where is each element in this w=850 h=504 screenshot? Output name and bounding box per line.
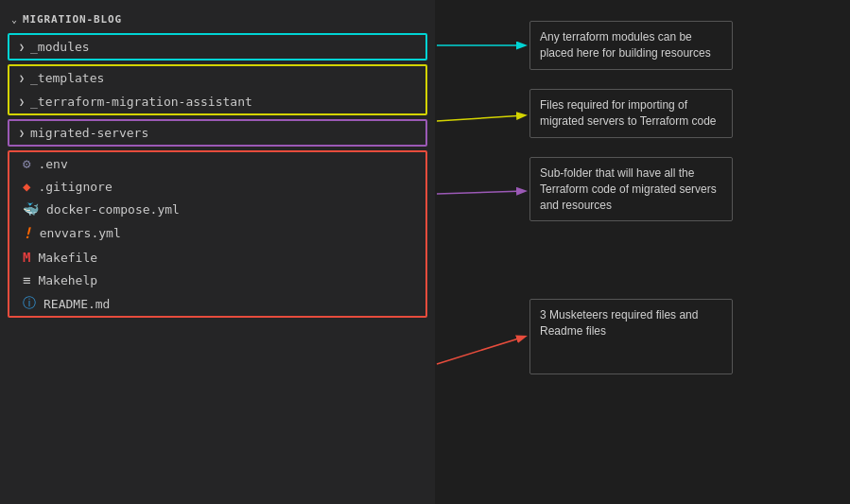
docker-icon: 🐳 bbox=[23, 201, 39, 217]
terraform-migration-chevron-icon: ❯ bbox=[19, 96, 25, 107]
readme-icon: ⓘ bbox=[23, 295, 36, 312]
terraform-migration-label: _terraform-migration-assistant bbox=[30, 95, 252, 109]
makefile-icon: M bbox=[23, 250, 30, 265]
gitignore-file[interactable]: ◆ .gitignore bbox=[9, 175, 425, 198]
annotation-box-1: Any terraform modules can be placed here… bbox=[529, 21, 733, 70]
env-file[interactable]: ⚙ .env bbox=[9, 152, 425, 175]
annotation-text-1: Any terraform modules can be placed here… bbox=[540, 30, 711, 60]
yellow-arrow bbox=[437, 115, 525, 121]
gitignore-label: .gitignore bbox=[38, 180, 112, 194]
makehelp-file[interactable]: ≡ Makehelp bbox=[9, 269, 425, 291]
templates-label: _templates bbox=[30, 71, 104, 85]
modules-folder[interactable]: ❯ _modules bbox=[9, 35, 425, 59]
git-icon: ◆ bbox=[23, 179, 30, 194]
templates-chevron-icon: ❯ bbox=[19, 73, 25, 83]
makefile-label: Makefile bbox=[38, 251, 97, 265]
red-arrow bbox=[437, 337, 525, 364]
gear-icon: ⚙ bbox=[23, 156, 30, 171]
files-group: ⚙ .env ◆ .gitignore 🐳 docker-compose.yml… bbox=[8, 150, 427, 318]
arrows-svg bbox=[435, 0, 850, 504]
file-tree: ⌄ MIGRATION-BLOG ❯ _modules ❯ _templates… bbox=[0, 0, 435, 504]
envvars-file[interactable]: ! envvars.yml bbox=[9, 220, 425, 246]
migrated-servers-label: migrated-servers bbox=[30, 126, 148, 140]
annotation-box-3: Sub-folder that will have all the Terraf… bbox=[529, 157, 733, 221]
annotation-text-2: Files required for importing of migrated… bbox=[540, 98, 717, 128]
makehelp-icon: ≡ bbox=[23, 272, 30, 287]
root-chevron-icon: ⌄ bbox=[11, 14, 18, 25]
docker-compose-label: docker-compose.yml bbox=[46, 202, 180, 217]
modules-chevron-icon: ❯ bbox=[19, 42, 25, 52]
annotation-box-4: 3 Musketeers required files and Readme f… bbox=[529, 299, 733, 374]
readme-file[interactable]: ⓘ README.md bbox=[9, 291, 425, 316]
annotation-text-4: 3 Musketeers required files and Readme f… bbox=[540, 308, 698, 338]
readme-label: README.md bbox=[43, 297, 110, 311]
annotation-text-3: Sub-folder that will have all the Terraf… bbox=[540, 166, 717, 212]
docker-compose-file[interactable]: 🐳 docker-compose.yml bbox=[9, 198, 425, 220]
envvars-label: envvars.yml bbox=[40, 226, 121, 240]
migrated-servers-chevron-icon: ❯ bbox=[19, 128, 25, 138]
terraform-migration-folder[interactable]: ❯ _terraform-migration-assistant bbox=[9, 90, 425, 113]
templates-folder[interactable]: ❯ _templates bbox=[9, 66, 425, 90]
exclaim-icon: ! bbox=[23, 224, 32, 242]
annotation-box-2: Files required for importing of migrated… bbox=[529, 89, 733, 138]
purple-arrow bbox=[437, 191, 525, 194]
modules-group: ❯ _modules bbox=[8, 33, 427, 61]
env-label: .env bbox=[38, 157, 67, 171]
annotations-panel: Any terraform modules can be placed here… bbox=[435, 0, 850, 504]
makehelp-label: Makehelp bbox=[38, 273, 97, 287]
makefile-file[interactable]: M Makefile bbox=[9, 246, 425, 269]
root-label: ⌄ MIGRATION-BLOG bbox=[0, 9, 435, 29]
migrated-servers-group: ❯ migrated-servers bbox=[8, 119, 427, 147]
modules-label: _modules bbox=[30, 40, 90, 54]
migrated-servers-folder[interactable]: ❯ migrated-servers bbox=[9, 121, 425, 145]
templates-group: ❯ _templates ❯ _terraform-migration-assi… bbox=[8, 64, 427, 115]
root-name: MIGRATION-BLOG bbox=[23, 13, 122, 26]
